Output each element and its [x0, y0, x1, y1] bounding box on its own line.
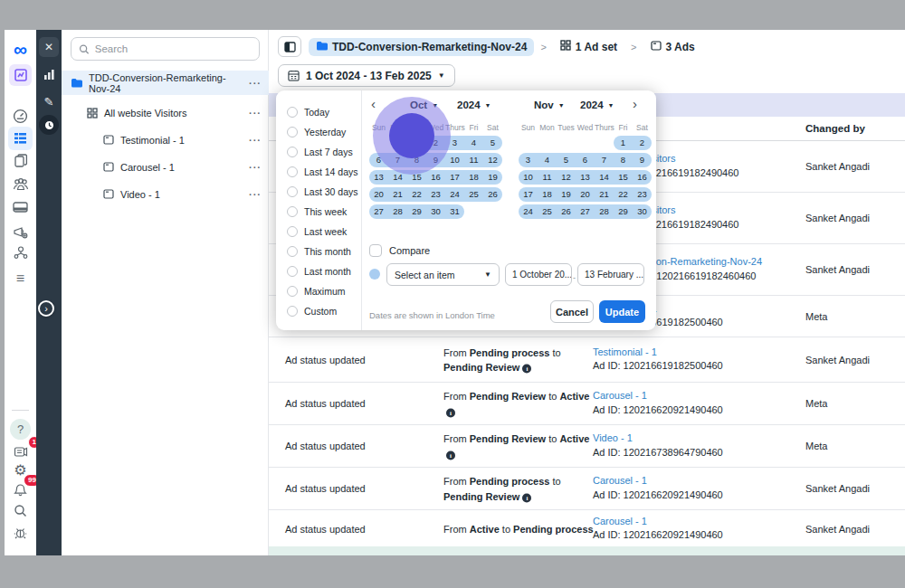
campaigns-icon[interactable] [8, 127, 33, 150]
bottom-scroll-band[interactable] [269, 546, 905, 555]
radio-icon[interactable] [287, 266, 298, 277]
info-icon[interactable]: i [446, 450, 455, 460]
day-cell[interactable]: 4 [538, 153, 557, 167]
day-cell[interactable]: 22 [407, 187, 426, 202]
day-cell[interactable]: 4 [464, 136, 483, 150]
day-cell[interactable]: 12 [483, 153, 502, 167]
date-preset-last-week[interactable]: Last week [276, 222, 361, 242]
day-cell[interactable]: 19 [483, 170, 502, 185]
day-cell[interactable]: 2 [426, 136, 445, 150]
calendar-next-icon[interactable]: › [633, 97, 637, 110]
info-icon[interactable]: i [522, 365, 531, 374]
day-cell[interactable]: 11 [538, 170, 557, 185]
collapse-sidebar-button[interactable] [278, 36, 301, 57]
date-preset-this-month[interactable]: This month [276, 242, 361, 261]
month-select-left[interactable]: Oct ▼ [410, 100, 438, 110]
day-cell[interactable]: 29 [614, 204, 633, 219]
day-cell[interactable]: 14 [388, 170, 407, 185]
day-cell[interactable]: 18 [464, 170, 483, 185]
more-options-icon[interactable]: ··· [249, 162, 262, 173]
charts-icon[interactable] [39, 64, 59, 84]
radio-icon[interactable] [287, 147, 298, 157]
day-cell[interactable]: 26 [483, 187, 502, 202]
day-cell[interactable]: 23 [633, 187, 652, 202]
breadcrumb-item-folder[interactable]: TDD-Conversion-Remarketing-Nov-24 [309, 38, 534, 56]
date-preset-maximum[interactable]: Maximum [276, 281, 361, 301]
day-cell[interactable]: 10 [445, 153, 464, 167]
day-cell[interactable]: 10 [519, 170, 538, 185]
tree-item-ad[interactable]: Testimonial - 1··· [62, 128, 269, 152]
day-cell[interactable]: 28 [388, 204, 407, 219]
info-icon[interactable]: i [446, 408, 455, 417]
more-options-icon[interactable]: ··· [249, 135, 262, 146]
day-cell[interactable]: 20 [369, 187, 388, 202]
start-date-field[interactable]: 1 October 20... [505, 263, 572, 286]
year-select-right[interactable]: 2024 ▼ [580, 100, 614, 110]
day-cell[interactable]: 29 [407, 204, 426, 219]
radio-icon[interactable] [287, 166, 298, 177]
day-cell[interactable]: 18 [538, 187, 557, 202]
compare-checkbox[interactable] [369, 244, 382, 257]
item-link[interactable]: Testimonial - 1 [593, 346, 796, 360]
item-link[interactable]: Carousel - 1 [593, 515, 796, 529]
day-cell[interactable]: 28 [595, 204, 614, 219]
all-tools-menu-icon[interactable]: ≡ [5, 267, 36, 290]
day-cell[interactable]: 13 [576, 170, 595, 185]
ads-manager-icon[interactable] [9, 64, 32, 86]
search-input[interactable] [95, 43, 252, 54]
item-link[interactable]: Carousel - 1 [593, 389, 796, 403]
expand-panel-toggle[interactable]: › [38, 300, 54, 317]
meta-logo-icon[interactable]: ∞ [5, 37, 36, 61]
date-range-button[interactable]: 1 Oct 2024 - 13 Feb 2025 ▼ [278, 64, 455, 87]
item-link[interactable]: Carousel - 1 [593, 474, 796, 488]
date-preset-last-month[interactable]: Last month [276, 261, 361, 281]
radio-icon[interactable] [287, 206, 298, 217]
search-rail-icon[interactable] [5, 498, 36, 522]
day-cell[interactable]: 22 [614, 187, 633, 202]
item-link[interactable]: Video - 1 [593, 432, 796, 446]
edit-pencil-icon[interactable]: ✎ [39, 91, 59, 111]
day-cell[interactable]: 6 [576, 153, 595, 167]
day-cell[interactable]: 12 [557, 170, 576, 185]
date-preset-last-30-days[interactable]: Last 30 days [276, 182, 361, 202]
day-cell[interactable]: 31 [445, 204, 464, 219]
day-cell[interactable]: 13 [369, 170, 388, 185]
day-cell[interactable]: 21 [388, 187, 407, 202]
day-cell[interactable]: 3 [445, 136, 464, 150]
tree-item-campaign[interactable]: TDD-Conversion-Remarketing-Nov-24··· [62, 71, 269, 95]
radio-icon[interactable] [287, 226, 298, 237]
day-cell[interactable]: 8 [614, 153, 633, 167]
update-button[interactable]: Update [599, 300, 645, 323]
billing-icon[interactable] [5, 195, 36, 219]
day-cell[interactable]: 9 [633, 153, 652, 167]
tree-search[interactable] [71, 37, 260, 61]
day-cell[interactable]: 6 [369, 153, 388, 167]
radio-icon[interactable] [287, 246, 298, 257]
day-cell[interactable]: 17 [519, 187, 538, 202]
day-cell[interactable]: 5 [557, 153, 576, 167]
ads-reporting-icon[interactable] [5, 149, 36, 173]
audiences-icon[interactable] [5, 172, 36, 195]
day-cell[interactable]: 3 [519, 153, 538, 167]
day-cell[interactable]: 1 [407, 136, 426, 150]
close-icon[interactable]: ✕ [39, 37, 59, 57]
info-icon[interactable]: i [522, 493, 531, 502]
day-cell[interactable]: 14 [595, 170, 614, 185]
day-cell[interactable]: 26 [557, 204, 576, 219]
year-select-left[interactable]: 2024 ▼ [457, 100, 491, 110]
radio-icon[interactable] [287, 306, 298, 317]
day-cell[interactable]: 24 [445, 187, 464, 202]
day-cell[interactable]: 11 [464, 153, 483, 167]
day-cell[interactable]: 30 [633, 204, 652, 219]
radio-icon[interactable] [287, 127, 298, 138]
date-preset-last-7-days[interactable]: Last 7 days [276, 142, 361, 162]
more-options-icon[interactable]: ··· [249, 108, 262, 119]
cancel-button[interactable]: Cancel [550, 300, 594, 323]
date-preset-last-14-days[interactable]: Last 14 days [276, 162, 361, 182]
day-cell[interactable]: 7 [388, 153, 407, 167]
radio-icon[interactable] [287, 186, 298, 197]
day-cell[interactable]: 2 [633, 136, 652, 150]
day-cell[interactable]: 21 [595, 187, 614, 202]
day-cell[interactable]: 15 [614, 170, 633, 185]
history-clock-icon[interactable] [39, 115, 59, 135]
